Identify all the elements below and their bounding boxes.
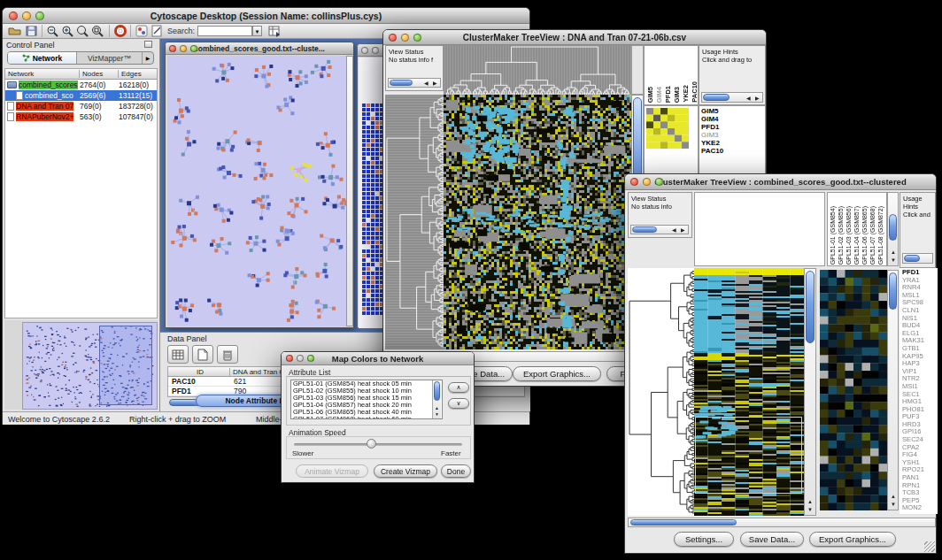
export-graphics-button[interactable]: Export Graphics... (809, 532, 896, 547)
scroll-up-icon[interactable]: ▲ (891, 249, 896, 255)
column-label[interactable]: GIM5 (646, 87, 654, 103)
zoom-window-button[interactable] (655, 178, 663, 186)
scrollbar-thumb[interactable] (806, 271, 815, 343)
scroll-up-icon[interactable]: ▲ (807, 499, 813, 504)
row-label[interactable]: PAC10 (701, 147, 765, 155)
column-dendrogram-area[interactable] (694, 192, 825, 266)
scrollbar-thumb[interactable] (904, 255, 920, 262)
dendrogram-divider[interactable] (631, 45, 644, 95)
scroll-down-icon[interactable]: ▼ (435, 411, 439, 417)
header-network[interactable]: Network (5, 70, 80, 78)
column-label[interactable]: YKE2 (682, 85, 690, 103)
new-attribute-button[interactable] (192, 345, 213, 364)
float-panel-icon[interactable] (144, 41, 152, 48)
scrollbar-thumb[interactable] (889, 272, 897, 310)
tab-vizmapper[interactable]: VizMapper™ (77, 52, 142, 64)
row-label[interactable]: YKE2 (701, 139, 765, 147)
attribute-list[interactable]: GPL51-01 (GSM854) heat shock 05 minGPL51… (290, 380, 443, 419)
animate-vizmap-button[interactable]: Animate Vizmap (296, 464, 368, 478)
zoom-heatmap[interactable] (820, 270, 887, 510)
minimize-button[interactable] (180, 45, 187, 52)
zoom-window-button[interactable] (35, 12, 44, 20)
column-dendrogram[interactable] (444, 45, 631, 95)
scroll-down-icon[interactable]: ▼ (891, 257, 896, 263)
row-label[interactable]: GIM4 (701, 115, 765, 123)
close-button[interactable] (361, 47, 368, 54)
network-row[interactable]: DNA and Tran 07 769(0) 183728(0) (5, 101, 157, 111)
row-label[interactable]: MON2 (902, 504, 938, 512)
column-label[interactable]: PFD1 (664, 86, 672, 103)
move-down-button[interactable]: ∨ (448, 398, 469, 409)
network-vscrollbar[interactable] (346, 56, 353, 326)
column-label[interactable]: GPL51-03 (GSM856) (845, 206, 853, 265)
column-label[interactable]: GIM4 (655, 87, 663, 103)
save-data-button[interactable]: Save Data... (740, 532, 804, 547)
zoom-window-button[interactable] (307, 355, 314, 362)
scrollbar-thumb[interactable] (632, 226, 657, 233)
column-labels-vscrollbar[interactable]: ▲ ▼ (887, 192, 899, 266)
heatmap-hscrollbar[interactable] (628, 518, 936, 527)
scroll-right-icon[interactable]: ▶ (433, 81, 437, 86)
scrollbar-thumb[interactable] (434, 381, 440, 401)
close-button[interactable] (389, 34, 397, 42)
row-label[interactable]: GIM5 (701, 107, 765, 115)
scrollbar-thumb[interactable] (630, 519, 737, 525)
birdseye-view[interactable] (22, 322, 158, 410)
tab-overflow-button[interactable]: ▶ (142, 52, 153, 64)
scroll-up-icon[interactable]: ▲ (891, 494, 896, 499)
minimize-button[interactable] (372, 47, 379, 54)
view-status-scrollbar[interactable]: ◀ ▶ (388, 78, 441, 88)
column-label[interactable]: GPL51-02 (GSM855) (837, 206, 845, 265)
row-dendrogram[interactable] (385, 95, 444, 349)
network-row[interactable]: combined_sco 2569(6) 13112(15) (5, 90, 157, 101)
export-graphics-button[interactable]: Export Graphics... (513, 366, 601, 381)
zoom-vscrollbar[interactable]: ▲ ▼ (887, 270, 899, 510)
create-vizmap-button[interactable]: Create Vizmap (374, 464, 437, 478)
scrollbar-thumb[interactable] (703, 94, 730, 101)
zoom-window-button[interactable] (413, 34, 421, 42)
minimize-button[interactable] (401, 34, 409, 42)
column-label[interactable]: GIM3 (673, 87, 681, 103)
scroll-left-icon[interactable]: ◀ (746, 96, 751, 101)
view-status-scrollbar[interactable]: ◀ ▶ (630, 225, 689, 234)
column-label[interactable]: GPL51-04 (GSM857) (853, 206, 861, 265)
attribute-list-vscrollbar[interactable]: ▲ ▼ (432, 380, 441, 418)
column-label[interactable]: GPL51-07 (GSM868) (869, 206, 876, 265)
column-label[interactable]: GPL51-01 (GSM854) (829, 206, 837, 265)
delete-attribute-button[interactable] (217, 345, 238, 364)
column-label[interactable]: GPL51-08 (GSM872) (876, 206, 884, 265)
network-row[interactable]: combined_scores 2764(0) 16218(0) (5, 80, 157, 90)
speed-slider-track[interactable] (294, 443, 462, 446)
scroll-right-icon[interactable]: ▶ (755, 96, 760, 101)
settings-button[interactable]: Settings... (674, 532, 734, 547)
scroll-up-icon[interactable]: ▲ (435, 405, 439, 410)
column-label[interactable]: PAC10 (691, 81, 699, 103)
attribute-item[interactable]: GPL51-07 (GSM868) heat shock 60 min (291, 416, 442, 419)
treeview1-titlebar[interactable]: ClusterMaker TreeView : DNA and Tran 07-… (383, 30, 766, 45)
search-dropdown-arrow[interactable]: ▼ (252, 26, 262, 36)
treeview2-titlebar[interactable]: ClusterMaker TreeView : combined_scores_… (625, 174, 936, 190)
close-button[interactable] (169, 45, 176, 52)
minimize-button[interactable] (297, 355, 304, 362)
search-input[interactable] (197, 26, 252, 36)
close-button[interactable] (9, 12, 18, 20)
zoom-window-button[interactable] (190, 45, 197, 52)
done-button[interactable]: Done (441, 464, 471, 478)
select-attributes-button[interactable] (167, 345, 189, 364)
tab-network[interactable]: Network (8, 52, 77, 64)
scroll-down-icon[interactable]: ▼ (807, 507, 813, 512)
network-table-header[interactable]: Network Nodes Edges (5, 69, 157, 80)
header-edges[interactable]: Edges (119, 70, 157, 78)
header-nodes[interactable]: Nodes (80, 70, 119, 78)
row-label[interactable]: PFD1 (701, 123, 765, 131)
close-button[interactable] (630, 178, 638, 186)
header-id[interactable]: ID (168, 368, 230, 376)
row-dendrogram[interactable] (628, 268, 694, 516)
scroll-right-icon[interactable]: ▶ (681, 227, 685, 233)
global-heatmap[interactable] (694, 268, 804, 516)
scroll-down-icon[interactable]: ▼ (891, 502, 896, 507)
global-heatmap[interactable] (444, 95, 631, 349)
minimize-button[interactable] (643, 178, 651, 186)
scrollbar-thumb[interactable] (889, 214, 897, 241)
scrollbar-thumb[interactable] (390, 80, 413, 86)
